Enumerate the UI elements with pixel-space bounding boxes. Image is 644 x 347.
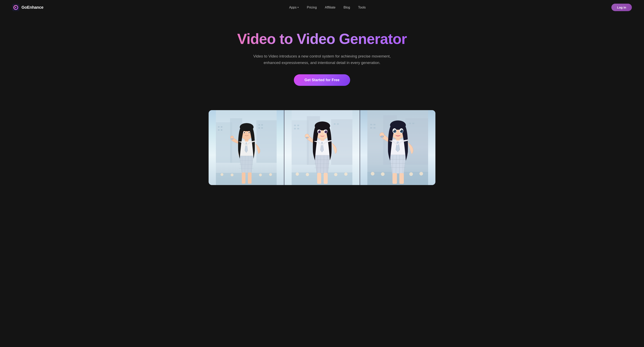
svg-point-14 — [220, 173, 223, 176]
svg-rect-79 — [370, 127, 372, 128]
preview-container — [208, 110, 436, 185]
svg-rect-110 — [381, 136, 384, 137]
nav-item-pricing[interactable]: Pricing — [307, 6, 317, 9]
svg-rect-35 — [231, 138, 233, 140]
svg-rect-74 — [367, 119, 385, 165]
svg-rect-83 — [367, 172, 428, 185]
svg-rect-34 — [248, 172, 252, 184]
preview-section — [200, 110, 444, 185]
nav-links: Apps ▾ Pricing Affiliate Blog Tools — [289, 6, 366, 9]
svg-point-105 — [394, 130, 394, 131]
nav-item-tools[interactable]: Tools — [358, 6, 366, 9]
svg-rect-10 — [261, 124, 263, 126]
svg-rect-108 — [392, 173, 397, 184]
svg-rect-7 — [218, 129, 220, 130]
svg-point-15 — [231, 174, 234, 176]
svg-rect-71 — [324, 173, 328, 184]
svg-rect-13 — [216, 173, 277, 185]
svg-rect-2 — [216, 122, 232, 163]
svg-point-68 — [318, 130, 319, 132]
svg-rect-9 — [258, 124, 260, 126]
svg-point-17 — [269, 173, 272, 176]
svg-rect-72 — [306, 137, 308, 138]
svg-rect-42 — [294, 128, 296, 129]
svg-rect-11 — [258, 127, 260, 128]
girl-figure-realistic — [208, 110, 284, 185]
svg-point-50 — [344, 172, 348, 176]
nav-link-apps[interactable]: Apps ▾ — [289, 6, 299, 9]
nav-item-blog[interactable]: Blog — [344, 6, 350, 9]
svg-rect-46 — [292, 172, 352, 185]
svg-point-49 — [334, 173, 338, 176]
svg-point-32 — [249, 132, 250, 133]
logo-icon — [12, 4, 20, 11]
nav-link-blog[interactable]: Blog — [344, 6, 350, 9]
svg-point-16 — [259, 174, 262, 176]
svg-point-69 — [325, 130, 326, 132]
svg-rect-109 — [399, 173, 404, 184]
navbar: GoEnhance Apps ▾ Pricing Affiliate Blog … — [0, 0, 644, 15]
preview-panel-original — [208, 110, 284, 185]
nav-link-tools[interactable]: Tools — [358, 6, 366, 9]
svg-rect-41 — [297, 125, 299, 126]
svg-point-84 — [371, 172, 374, 176]
girl-figure-anime-dark — [360, 110, 436, 185]
preview-panel-anime1 — [284, 110, 360, 185]
svg-rect-8 — [221, 129, 222, 130]
login-button[interactable]: Log in — [612, 4, 632, 11]
hero-section: Video to Video Generator Video to Video … — [210, 15, 434, 98]
hero-subtitle: Video to Video introduces a new control … — [253, 53, 391, 66]
svg-point-87 — [420, 172, 423, 176]
svg-point-47 — [296, 172, 299, 176]
svg-rect-77 — [370, 124, 372, 125]
svg-point-85 — [381, 172, 384, 176]
svg-rect-82 — [412, 123, 414, 124]
svg-rect-5 — [218, 126, 220, 128]
svg-rect-43 — [297, 128, 299, 129]
hero-title: Video to Video Generator — [219, 31, 425, 47]
svg-rect-4 — [256, 120, 277, 163]
nav-item-affiliate[interactable]: Affiliate — [325, 6, 335, 9]
svg-rect-39 — [331, 119, 352, 165]
svg-rect-40 — [294, 125, 296, 126]
get-started-button[interactable]: Get Started for Free — [294, 74, 350, 86]
nav-link-pricing[interactable]: Pricing — [307, 6, 317, 9]
preview-panel-anime2 — [360, 110, 436, 185]
svg-rect-81 — [409, 123, 411, 124]
nav-item-apps[interactable]: Apps ▾ — [289, 6, 299, 9]
svg-point-48 — [306, 173, 309, 176]
svg-rect-76 — [406, 118, 428, 165]
svg-rect-78 — [374, 124, 376, 125]
svg-rect-70 — [317, 173, 321, 184]
svg-rect-80 — [374, 127, 376, 128]
svg-rect-33 — [242, 172, 246, 184]
svg-point-28 — [240, 123, 254, 131]
girl-figure-anime-soft — [284, 110, 360, 185]
svg-rect-12 — [261, 127, 263, 128]
chevron-down-icon: ▾ — [298, 6, 299, 9]
svg-point-31 — [244, 132, 245, 133]
logo[interactable]: GoEnhance — [12, 4, 43, 11]
brand-name: GoEnhance — [22, 5, 43, 10]
svg-rect-44 — [334, 123, 336, 125]
svg-rect-6 — [221, 126, 222, 128]
svg-rect-37 — [292, 120, 309, 165]
svg-rect-45 — [337, 123, 339, 125]
nav-link-affiliate[interactable]: Affiliate — [325, 6, 335, 9]
svg-point-106 — [400, 130, 402, 131]
svg-point-107 — [396, 135, 400, 136]
svg-point-86 — [409, 172, 413, 176]
